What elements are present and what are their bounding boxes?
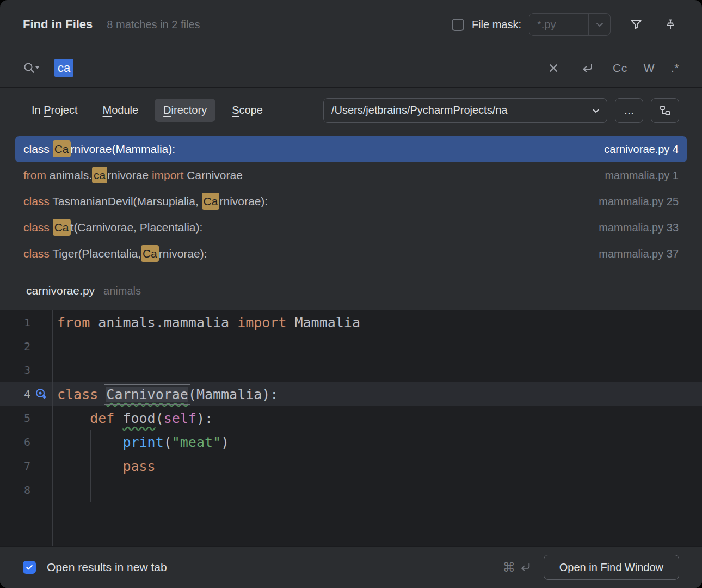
filter-button[interactable]	[627, 15, 645, 34]
search-query-text: ca	[54, 59, 73, 77]
search-icon[interactable]	[23, 61, 40, 75]
result-text: class TasmanianDevil(Marsupialia, Carniv…	[23, 195, 268, 208]
command-key-icon: ⌘	[503, 560, 515, 574]
file-mask-select[interactable]: *.py	[529, 13, 611, 36]
open-results-label: Open results in new tab	[47, 561, 167, 574]
chevron-down-icon	[585, 99, 607, 122]
gutter-marker-slot	[30, 483, 52, 497]
tree-structure-icon	[658, 104, 672, 117]
directory-path-combo[interactable]: /Users/jetbrains/PycharmProjects/na	[323, 98, 607, 123]
code-segment-code: Mammalia	[286, 315, 360, 330]
code-segment-fn: print	[122, 434, 163, 450]
subclassed-gutter-icon[interactable]	[30, 387, 52, 401]
regex-toggle[interactable]: .*	[671, 62, 679, 75]
pin-button[interactable]	[662, 16, 679, 33]
preview-file-name: carnivorae.py	[26, 284, 95, 297]
result-file-ref: mammalia.py 25	[599, 195, 679, 208]
clear-search-button[interactable]	[545, 60, 562, 76]
code-segment-match: Ca	[53, 219, 71, 236]
result-row[interactable]: class TasmanianDevil(Marsupialia, Carniv…	[15, 188, 687, 215]
file-mask-checkbox[interactable]	[452, 19, 464, 31]
directory-path-group: /Users/jetbrains/PycharmProjects/na ...	[323, 98, 679, 123]
scope-row: In ProjectModuleDirectoryScope /Users/je…	[0, 87, 702, 133]
result-row[interactable]: class Carnivorae(Mammalia):carnivorae.py…	[15, 136, 687, 162]
result-text: class Cat(Carnivorae, Placentalia):	[23, 221, 202, 234]
file-mask-group: File mask: *.py	[452, 13, 611, 36]
code-segment-txt: Carnivorae	[187, 169, 243, 181]
line-number: 4	[24, 388, 30, 401]
code-segment-kw: import	[237, 315, 286, 330]
code-line: 1from animals.mammalia import Mammalia	[0, 310, 702, 334]
code-segment-fndecl: food	[122, 411, 155, 426]
code-lines: 1from animals.mammalia import Mammalia23…	[0, 310, 702, 546]
line-number: 7	[24, 460, 30, 473]
code-segment-match: Ca	[202, 193, 220, 210]
code-segment-kw: class	[23, 221, 53, 234]
code-line: 5 def food(self):	[0, 406, 702, 430]
code-line: 8	[0, 478, 702, 502]
result-file-ref: mammalia.py 1	[605, 169, 679, 182]
preview-header: carnivorae.py animals	[0, 271, 702, 310]
footer: Open results in new tab ⌘ Open in Find W…	[0, 546, 702, 588]
scope-tab-in-project[interactable]: In Project	[23, 99, 87, 122]
gutter: 7	[0, 454, 53, 478]
code-segment-txt: rnivorae):	[219, 195, 268, 207]
code-segment-kw: class	[23, 195, 52, 207]
code-segment-kw: class	[57, 387, 98, 402]
close-icon	[547, 62, 559, 74]
code-segment-kw: def	[90, 411, 114, 426]
code-segment-code: )	[221, 434, 229, 450]
result-row[interactable]: from animals.carnivorae import Carnivora…	[15, 162, 687, 188]
footer-actions: ⌘ Open in Find Window	[503, 555, 679, 580]
insert-newline-button[interactable]	[578, 59, 596, 77]
result-text: from animals.carnivorae import Carnivora…	[23, 169, 243, 182]
code-segment-code	[98, 387, 106, 402]
browse-directory-button[interactable]: ...	[615, 98, 643, 123]
dialog-title: Find in Files	[23, 17, 93, 32]
code-text: class Carnivorae(Mammalia):	[53, 387, 278, 402]
whole-words-toggle[interactable]: W	[644, 62, 655, 75]
project-structure-button[interactable]	[651, 98, 679, 123]
line-number: 2	[24, 340, 30, 353]
search-input[interactable]: ca	[54, 61, 73, 75]
line-number: 6	[24, 436, 30, 449]
open-results-checkbox[interactable]	[23, 561, 36, 574]
code-segment-kw: class	[23, 247, 52, 260]
filter-icon	[629, 17, 643, 32]
code-segment-code: ):	[196, 411, 213, 426]
result-row[interactable]: class Cat(Carnivorae, Placentalia):mamma…	[15, 215, 687, 241]
result-row[interactable]: class Tiger(Placentalia,Carnivorae):mamm…	[15, 241, 687, 267]
code-segment-txt: class	[23, 143, 53, 155]
directory-path-value: /Users/jetbrains/PycharmProjects/na	[324, 104, 585, 117]
code-text: def food(self):	[53, 411, 213, 426]
scope-tab-module[interactable]: Module	[94, 99, 147, 122]
gutter: 4	[0, 382, 53, 406]
code-segment-code	[57, 434, 122, 450]
code-segment-txt: rnivorae(Mammalia):	[71, 143, 176, 155]
open-in-find-window-button[interactable]: Open in Find Window	[544, 555, 679, 580]
find-in-files-dialog: Find in Files 8 matches in 2 files File …	[0, 0, 702, 588]
code-segment-match: Ca	[53, 140, 71, 157]
code-text: print("meat")	[53, 434, 229, 450]
line-number: 1	[24, 316, 30, 329]
code-segment-txt: rnivorae	[107, 169, 152, 181]
return-key-icon	[519, 561, 532, 573]
chevron-down-icon	[588, 14, 610, 35]
code-line: 4class Carnivorae(Mammalia):	[0, 382, 702, 406]
scope-tab-scope[interactable]: Scope	[223, 99, 272, 122]
code-segment-txt: TasmanianDevil(Marsupialia,	[52, 195, 201, 207]
code-line: 7 pass	[0, 454, 702, 478]
preview-module-name: animals	[103, 285, 141, 297]
gutter: 6	[0, 430, 53, 454]
code-segment-match: ca	[92, 167, 107, 183]
results-list: class Carnivorae(Mammalia):carnivorae.py…	[0, 133, 702, 271]
scope-tab-directory[interactable]: Directory	[155, 99, 215, 122]
scope-tabs: In ProjectModuleDirectoryScope	[23, 99, 272, 122]
line-number: 8	[24, 483, 30, 497]
titlebar: Find in Files 8 matches in 2 files File …	[0, 0, 702, 49]
code-segment-self: self	[164, 411, 196, 426]
code-segment-code	[57, 411, 90, 426]
code-segment-match: Ca	[141, 245, 159, 262]
gutter-marker-slot	[30, 411, 52, 425]
match-case-toggle[interactable]: Cc	[613, 62, 627, 75]
